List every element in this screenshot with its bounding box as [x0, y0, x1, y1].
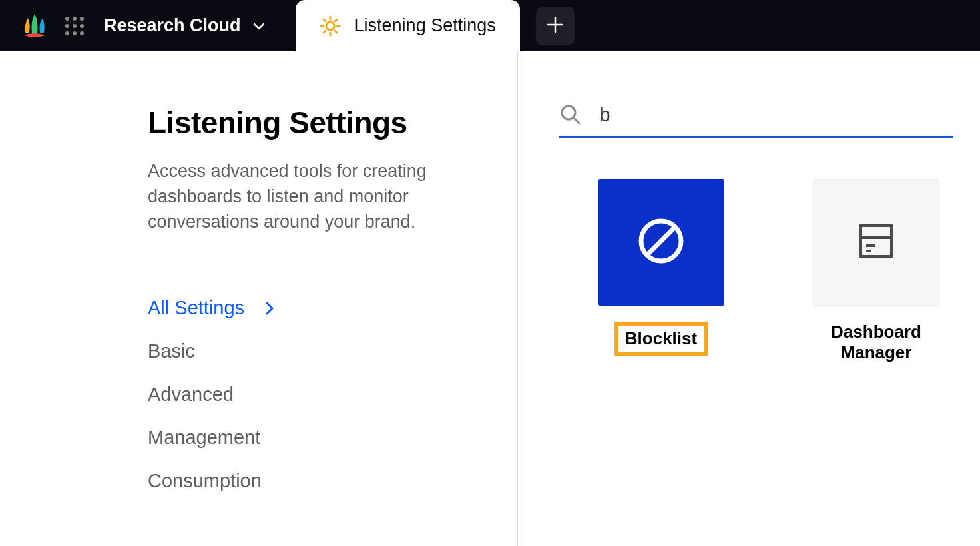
dashboard-icon [856, 220, 897, 264]
tab-listening-settings[interactable]: Listening Settings [296, 0, 520, 51]
tile-blocklist[interactable]: Blocklist [598, 179, 724, 363]
page-title: Listening Settings [148, 105, 477, 140]
svg-point-9 [326, 22, 334, 30]
tile-label: Blocklist [614, 322, 708, 356]
block-icon [634, 214, 688, 270]
nav-item-label: Advanced [148, 384, 234, 406]
svg-point-7 [73, 31, 77, 35]
tile-label: Dashboard Manager [799, 322, 953, 363]
svg-point-3 [65, 24, 69, 28]
workspace-selector[interactable]: Research Cloud [99, 15, 278, 36]
add-tab-button[interactable] [536, 7, 575, 45]
nav-item-label: Management [148, 427, 260, 449]
sprinklr-logo-icon[interactable] [19, 10, 51, 42]
main-content: Listening Settings Access advanced tools… [0, 51, 980, 546]
svg-point-2 [80, 17, 84, 21]
svg-rect-24 [861, 226, 891, 256]
svg-point-6 [65, 31, 69, 35]
nav-item-all-settings[interactable]: All Settings [148, 286, 477, 330]
topbar: Research Cloud Lis [0, 0, 980, 51]
nav-item-label: All Settings [148, 297, 244, 319]
nav-item-management[interactable]: Management [148, 416, 477, 459]
svg-point-5 [80, 24, 84, 28]
tile-dashboard-manager[interactable]: Dashboard Manager [799, 179, 953, 363]
nav-item-label: Consumption [148, 470, 262, 492]
search-icon [559, 103, 582, 126]
tile-box [598, 179, 724, 306]
workspace-label: Research Cloud [104, 15, 241, 36]
svg-line-14 [324, 19, 326, 21]
nav-item-advanced[interactable]: Advanced [148, 373, 477, 416]
svg-line-16 [324, 31, 326, 33]
search-row [559, 103, 953, 138]
svg-line-21 [574, 118, 579, 123]
svg-line-17 [335, 19, 337, 21]
nav-item-consumption[interactable]: Consumption [148, 459, 477, 503]
chevron-down-icon [252, 19, 266, 33]
right-panel: Blocklist Dashboard Manager [518, 51, 980, 546]
svg-point-0 [65, 17, 69, 21]
svg-line-15 [335, 31, 337, 33]
page-description: Access advanced tools for creating dashb… [148, 159, 474, 234]
tile-box [813, 179, 939, 306]
search-input[interactable] [599, 103, 953, 126]
gear-icon [320, 15, 341, 37]
app-grid-icon[interactable] [59, 10, 91, 42]
svg-point-1 [73, 17, 77, 21]
settings-nav-list: All Settings Basic Advanced Management C… [148, 286, 477, 503]
svg-point-4 [73, 24, 77, 28]
svg-line-23 [648, 228, 674, 254]
nav-item-basic[interactable]: Basic [148, 330, 477, 373]
svg-point-8 [80, 31, 84, 35]
left-panel: Listening Settings Access advanced tools… [0, 51, 518, 546]
nav-item-label: Basic [148, 340, 195, 362]
plus-icon [545, 15, 565, 37]
tiles-row: Blocklist Dashboard Manager [559, 179, 953, 363]
tab-title: Listening Settings [354, 15, 496, 36]
chevron-right-icon [263, 300, 276, 316]
